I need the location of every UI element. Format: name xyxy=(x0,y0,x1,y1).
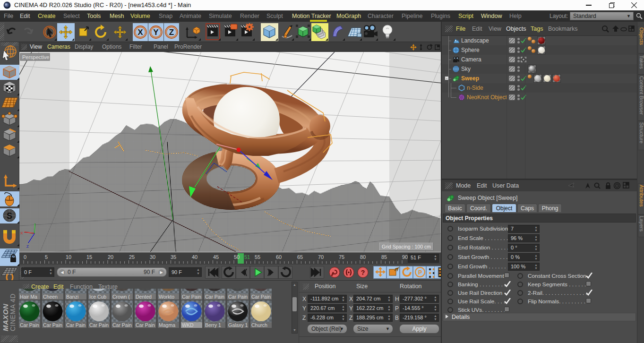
svg-text:Galaxy 1: Galaxy 1 xyxy=(228,322,248,328)
svg-text:55: 55 xyxy=(255,254,260,260)
svg-text:Car Pain: Car Pain xyxy=(251,294,271,300)
svg-text:Ice Cub: Ice Cub xyxy=(89,294,106,300)
svg-text:Workto: Workto xyxy=(159,294,174,300)
svg-text:Car Pain: Car Pain xyxy=(182,294,201,300)
svg-text:Car Pain: Car Pain xyxy=(228,294,248,300)
svg-text:40: 40 xyxy=(192,254,197,260)
svg-text:20: 20 xyxy=(108,254,113,260)
svg-text:50: 50 xyxy=(234,254,240,260)
svg-text:45: 45 xyxy=(213,254,219,260)
svg-text:?: ? xyxy=(361,269,365,276)
svg-text:Y: Y xyxy=(153,28,159,37)
svg-text:S: S xyxy=(7,211,12,221)
svg-text:10: 10 xyxy=(66,254,71,260)
svg-text:30: 30 xyxy=(150,254,155,260)
svg-text:WKD: WKD xyxy=(182,322,194,328)
svg-text:Car Pain: Car Pain xyxy=(205,294,224,300)
svg-text:80: 80 xyxy=(360,254,366,260)
svg-text:Car Pain: Car Pain xyxy=(89,322,109,328)
svg-text:Banzi: Banzi xyxy=(66,294,78,300)
svg-text:Perspective: Perspective xyxy=(22,54,49,60)
svg-text:0: 0 xyxy=(24,254,26,260)
svg-text:Grid Spacing : 100 cm: Grid Spacing : 100 cm xyxy=(382,244,431,249)
svg-text:15: 15 xyxy=(86,254,92,260)
svg-text:35: 35 xyxy=(171,254,176,260)
svg-text:51: 51 xyxy=(244,254,250,260)
svg-text:Car Pain: Car Pain xyxy=(112,322,132,328)
svg-text:Car Pain: Car Pain xyxy=(136,322,155,328)
svg-text:X: X xyxy=(137,28,143,37)
svg-text:Berry 1: Berry 1 xyxy=(205,322,221,328)
svg-text:Magma: Magma xyxy=(159,322,175,328)
svg-text:Car Pain: Car Pain xyxy=(20,322,39,328)
svg-text:90: 90 xyxy=(402,254,408,260)
svg-text:Church: Church xyxy=(251,322,267,328)
svg-text:Car Pain: Car Pain xyxy=(43,322,62,328)
svg-text:5: 5 xyxy=(45,254,48,260)
svg-text:X: X xyxy=(20,231,23,235)
svg-text:Dented: Dented xyxy=(136,294,152,300)
svg-text:60: 60 xyxy=(276,254,282,260)
svg-text:Z: Z xyxy=(26,244,29,249)
svg-text:70: 70 xyxy=(318,254,324,260)
svg-text:75: 75 xyxy=(339,254,344,260)
svg-text:P: P xyxy=(418,269,422,276)
svg-text:85: 85 xyxy=(381,254,387,260)
svg-text:Crown (: Crown ( xyxy=(112,294,130,300)
svg-text:Hair Ma: Hair Ma xyxy=(20,294,37,300)
svg-text:Car Pain: Car Pain xyxy=(66,322,86,328)
svg-text:Z: Z xyxy=(169,28,174,37)
svg-text:25: 25 xyxy=(129,254,135,260)
svg-text:Cheen: Cheen xyxy=(43,294,58,300)
svg-text:65: 65 xyxy=(297,254,303,260)
